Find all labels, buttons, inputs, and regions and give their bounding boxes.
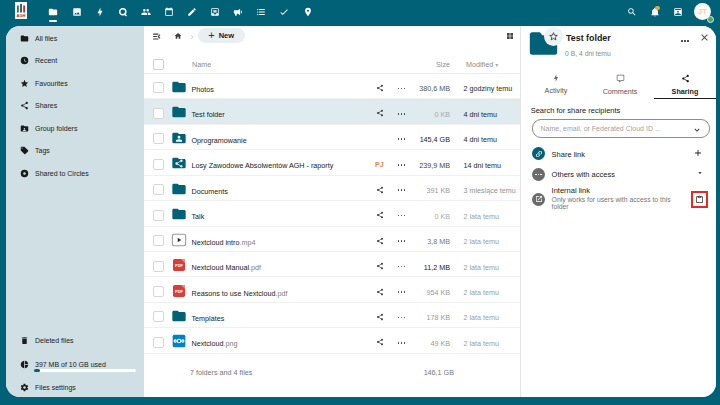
svg-text:PDF: PDF — [175, 263, 184, 268]
svg-text:PDF: PDF — [175, 288, 184, 293]
svg-text:AGH: AGH — [17, 13, 26, 18]
